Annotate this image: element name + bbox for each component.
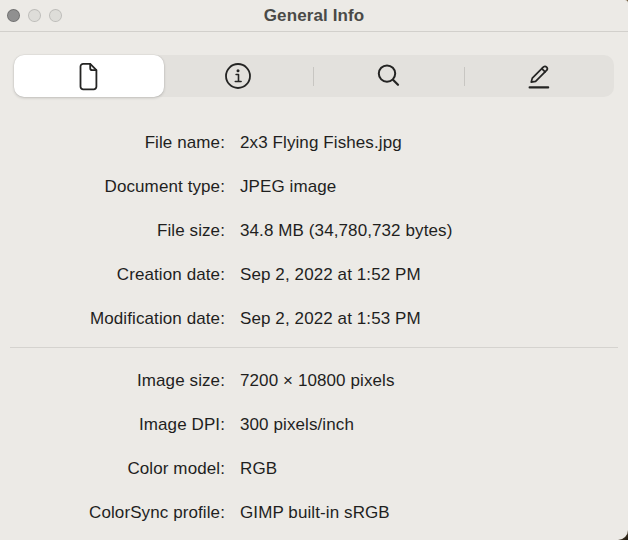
minimize-button[interactable] [28,9,41,22]
row-label: Color model: [0,459,225,479]
row-label: File size: [0,221,225,241]
info-row-color-model: Color model: RGB [0,447,628,491]
row-label: Modification date: [0,309,225,329]
row-label: File name: [0,133,225,153]
row-value: RGB [240,459,277,479]
row-value: GIMP built-in sRGB [240,503,390,523]
titlebar: General Info [0,0,628,32]
row-value: 7200 × 10800 pixels [240,371,395,391]
row-value: 300 pixels/inch [240,415,354,435]
tab-more-info[interactable] [164,55,314,97]
tab-annotate[interactable] [465,55,615,97]
general-info-panel: File name: 2x3 Flying Fishes.jpg Documen… [0,97,628,535]
row-label: ColorSync profile: [0,503,225,523]
zoom-button[interactable] [49,9,62,22]
info-row-image-size: Image size: 7200 × 10800 pixels [0,359,628,403]
row-label: Document type: [0,177,225,197]
row-value: 34.8 MB (34,780,732 bytes) [240,221,452,241]
search-icon [374,61,404,91]
row-value: Sep 2, 2022 at 1:53 PM [240,309,421,329]
row-value: Sep 2, 2022 at 1:52 PM [240,265,421,285]
row-label: Image DPI: [0,415,225,435]
row-label: Creation date: [0,265,225,285]
info-row-document-type: Document type: JPEG image [0,165,628,209]
window-surface: General Info [0,0,628,540]
info-row-modification-date: Modification date: Sep 2, 2022 at 1:53 P… [0,297,628,341]
tab-search[interactable] [314,55,464,97]
info-row-file-size: File size: 34.8 MB (34,780,732 bytes) [0,209,628,253]
traffic-lights [7,0,62,31]
info-icon [223,61,253,91]
row-value: JPEG image [240,177,336,197]
close-button[interactable] [7,9,20,22]
row-label: Image size: [0,371,225,391]
section-divider [10,347,618,348]
info-row-creation-date: Creation date: Sep 2, 2022 at 1:52 PM [0,253,628,297]
pencil-icon [525,62,553,91]
window-title: General Info [264,6,364,26]
document-icon [75,61,102,92]
info-row-file-name: File name: 2x3 Flying Fishes.jpg [0,121,628,165]
inspector-segmented-control [14,55,614,97]
general-info-window: General Info [0,0,628,540]
row-value: 2x3 Flying Fishes.jpg [240,133,402,153]
tab-general-info[interactable] [14,55,164,97]
info-row-image-dpi: Image DPI: 300 pixels/inch [0,403,628,447]
info-row-colorsync-profile: ColorSync profile: GIMP built-in sRGB [0,491,628,535]
